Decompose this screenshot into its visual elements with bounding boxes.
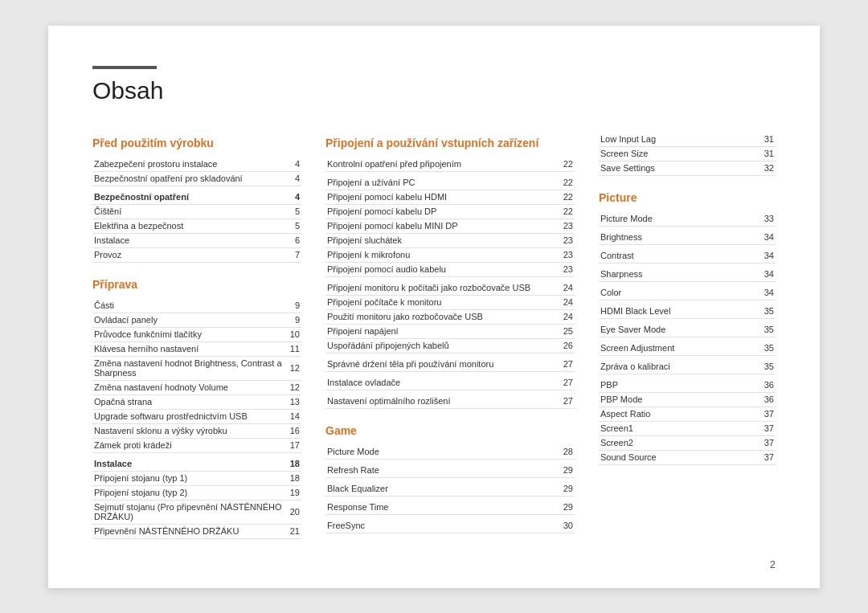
table-row: Picture Mode33 <box>599 212 776 227</box>
table-row: Nastavení optimálního rozlišení27 <box>326 394 575 409</box>
table-row: Instalace6 <box>92 233 301 247</box>
table-row: Screen237 <box>599 435 776 450</box>
table-row: Zámek proti krádeži17 <box>92 438 301 452</box>
table-row: Kontrolní opatření před připojením22 <box>326 157 575 172</box>
title-bar <box>92 66 157 69</box>
table-row: Části9 <box>92 299 301 313</box>
table-row: Elektřina a bezpečnost5 <box>92 219 301 233</box>
table-row: Připojení stojanu (typ 1)18 <box>92 471 301 485</box>
table-row: Black Equalizer29 <box>326 482 575 497</box>
table-row: HDMI Black Level35 <box>599 304 776 319</box>
table-row: Upgrade softwaru prostřednictvím USB14 <box>92 409 301 423</box>
table-row: Save Settings32 <box>599 161 776 175</box>
table-row: Low Input Lag31 <box>599 133 776 147</box>
section-title: Připojení a používání vstupních zařízení <box>326 137 575 149</box>
page-number: 2 <box>770 558 776 570</box>
table-row: Změna nastavení hodnot Brightness, Contr… <box>92 356 301 380</box>
table-row: Color34 <box>599 286 776 300</box>
table-row: Instalace ovladače27 <box>326 376 575 390</box>
table-row: Nastavení sklonu a výšky výrobku16 <box>92 423 301 438</box>
table-row: Provoz7 <box>92 247 301 262</box>
section-title: Game <box>326 424 575 437</box>
table-row: Připojení k mikrofonu23 <box>326 247 575 262</box>
table-row: Klávesa herního nastavení11 <box>92 341 301 356</box>
table-row: Uspořádání připojených kabelů26 <box>326 338 575 353</box>
column-1: Před použitím výrobkuZabezpečení prostor… <box>92 133 301 539</box>
table-row: Připojení pomocí audio kabelu23 <box>326 262 575 276</box>
table-row: Screen Adjustment35 <box>599 341 776 356</box>
column-3: Low Input Lag31Screen Size31Save Setting… <box>599 133 776 539</box>
table-row: Připojení monitoru k počítači jako rozbo… <box>326 281 575 296</box>
table-row: Správné držení těla při používání monito… <box>326 358 575 372</box>
table-row: Připojení pomocí kabelu HDMI22 <box>326 190 575 204</box>
table-row: Screen Size31 <box>599 146 776 161</box>
table-row: Změna nastavení hodnoty Volume12 <box>92 380 301 394</box>
table-row: Připojení počítače k monitoru24 <box>326 295 575 309</box>
table-row: Připojení a užívání PC22 <box>326 176 575 190</box>
table-row: Připojení stojanu (typ 2)19 <box>92 485 301 500</box>
table-row: Response Time29 <box>326 501 575 515</box>
table-row: Připojení napájení25 <box>326 324 575 338</box>
table-row: PBP36 <box>599 378 776 393</box>
table-row: Sharpness34 <box>599 268 776 282</box>
table-row: Ovládací panely9 <box>92 313 301 327</box>
table-row: Picture Mode28 <box>326 445 575 460</box>
column-2: Připojení a používání vstupních zařízení… <box>326 133 575 539</box>
section-title: Picture <box>599 191 776 204</box>
table-row: Refresh Rate29 <box>326 464 575 478</box>
table-row: Sound Source37 <box>599 450 776 464</box>
table-row: Připojení pomocí kabelu MINI DP23 <box>326 219 575 233</box>
table-row: Brightness34 <box>599 231 776 245</box>
table-row: FreeSync30 <box>326 519 575 533</box>
table-row: Contrast34 <box>599 249 776 264</box>
table-row: Opačná strana13 <box>92 394 301 409</box>
table-row: Průvodce funkčními tlačítky10 <box>92 327 301 341</box>
table-row: Instalace18 <box>92 457 301 472</box>
content-columns: Před použitím výrobkuZabezpečení prostor… <box>92 133 776 539</box>
table-row: Screen137 <box>599 421 776 435</box>
table-row: Připojení sluchátek23 <box>326 233 575 247</box>
table-row: Připojení pomocí kabelu DP22 <box>326 204 575 219</box>
table-row: PBP Mode36 <box>599 392 776 407</box>
table-row: Zabezpečení prostoru instalace4 <box>92 157 301 172</box>
section-title: Příprava <box>92 278 301 291</box>
table-row: Aspect Ratio37 <box>599 407 776 421</box>
table-row: Použití monitoru jako rozbočovače USB24 <box>326 309 575 324</box>
table-row: Sejmutí stojanu (Pro připevnění NÁSTĚNNÉ… <box>92 500 301 524</box>
table-row: Čištění5 <box>92 204 301 219</box>
table-row: Bezpečnostní opatření pro skladování4 <box>92 171 301 186</box>
page: Obsah Před použitím výrobkuZabezpečení p… <box>48 26 820 588</box>
table-row: Připevnění NÁSTĚNNÉHO DRŽÁKU21 <box>92 524 301 538</box>
main-title: Obsah <box>92 77 776 104</box>
table-row: Zpráva o kalibraci35 <box>599 360 776 374</box>
section-title: Před použitím výrobku <box>92 137 301 149</box>
table-row: Bezpečnostní opatření4 <box>92 190 301 205</box>
table-row: Eye Saver Mode35 <box>599 323 776 337</box>
